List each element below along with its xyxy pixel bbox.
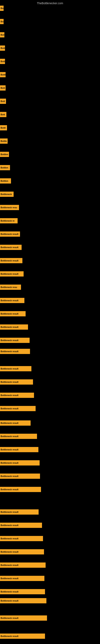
bar-item: Bottleneck result: [0, 523, 42, 528]
bar-item: Bottleneck resu: [0, 284, 21, 290]
bar-label: Bottleneck result: [0, 600, 18, 602]
bar-item: Bottleneck result: [0, 338, 30, 343]
bar-label: Bottleneck result: [0, 488, 18, 491]
bar-label: Bo: [0, 20, 3, 23]
bar-item: Bottleneck result: [0, 271, 24, 276]
bar-item: Bo: [0, 6, 3, 11]
bar-label: Bott: [0, 113, 5, 116]
bar-label: Bottl: [0, 126, 6, 129]
bar-label: Bottleneck result: [0, 422, 18, 424]
bar-label: Bottleneck result: [0, 577, 18, 580]
bar-label: Bottleneck result: [0, 511, 18, 513]
bar-item: Bottleneck result: [0, 420, 31, 426]
bar-item: Bottleneck result: [0, 258, 22, 263]
bar-label: Bottleneck result: [0, 381, 18, 383]
bar-item: Bott: [0, 98, 6, 104]
bar-label: Bottleneck result: [0, 368, 18, 370]
bar-label: Bott: [0, 60, 5, 62]
bar-label: Bottleneck result: [0, 299, 18, 302]
bar-item: Bottleneck result: [0, 598, 47, 603]
bar-label: Bottleneck result: [0, 550, 18, 553]
bar-label: Bottleneck result: [0, 394, 18, 396]
bar-item: Bottleneck result: [0, 245, 22, 250]
bar-item: Bottleneck result: [0, 366, 31, 371]
bar-label: Bottleneck result: [0, 590, 18, 593]
bar-label: Bott: [0, 34, 4, 36]
bar-item: Bottle: [0, 138, 8, 144]
bar-label: Bottleneck result: [0, 246, 18, 248]
bar-label: Bottleneck result: [0, 617, 18, 619]
bar-label: Bottle: [0, 140, 7, 142]
bar-label: Bottleneck result: [0, 233, 18, 235]
bar-label: Bottlen: [0, 166, 8, 169]
bar-label: Bottleneck re: [0, 220, 15, 222]
bar-label: Bottlen: [0, 180, 8, 182]
bar-label: Bottleneck result: [0, 475, 18, 477]
bar-item: Bottlen: [0, 178, 11, 184]
bar-item: Bottleneck result: [0, 549, 44, 554]
bar-label: Bottleneck result: [0, 339, 18, 342]
bar-item: Bottlen: [0, 152, 9, 157]
bar-item: Bottleneck result: [0, 324, 28, 330]
bar-item: Bo: [0, 19, 3, 24]
bar-item: Bottleneck result: [0, 616, 47, 621]
bar-item: Bottleneck resu: [0, 205, 19, 210]
bar-label: Bottleneck result: [0, 435, 18, 438]
bar-item: Bottleneck result: [0, 576, 44, 581]
bar-label: Bott: [0, 100, 5, 102]
bar-item: Bottleneck result: [0, 487, 41, 492]
bar-item: Bottleneck result: [0, 474, 40, 479]
bar-label: Bottleneck result: [0, 462, 18, 464]
bar-item: Bott: [0, 32, 4, 38]
bar-label: Bo: [0, 7, 3, 10]
bar-item: Bottleneck: [0, 192, 14, 197]
bar-label: Bottleneck resu: [0, 206, 17, 209]
bar-label: Bottleneck: [0, 193, 12, 196]
bar-item: Bottl: [0, 72, 6, 77]
bar-item: Bottleneck result: [0, 536, 43, 541]
bar-label: Bottleneck result: [0, 524, 18, 526]
bar-label: Bottleneck resu: [0, 286, 17, 288]
bar-item: Bottleneck result: [0, 311, 26, 316]
bar-label: Bottleneck result: [0, 312, 18, 315]
bar-item: Bott: [0, 112, 6, 117]
site-title: TheBottlenecker.com: [0, 0, 100, 6]
bar-label: Bottlen: [0, 153, 8, 156]
bar-item: Bottleneck result: [0, 379, 33, 384]
bar-label: Bottleneck result: [0, 564, 18, 566]
bar-label: Bottleneck result: [0, 326, 18, 328]
bar-item: Bottleneck result: [0, 447, 38, 452]
bar-label: Bottleneck result: [0, 635, 18, 637]
bar-label: Bottleneck result: [0, 260, 18, 262]
bar-item: Bottl: [0, 125, 7, 130]
bar-item: Bottleneck result: [0, 349, 30, 354]
bar-item: Bottleneck result: [0, 298, 24, 303]
bar-item: Bott: [0, 59, 5, 64]
bar-item: Bottleneck result: [0, 634, 45, 639]
bar-label: Bottleneck result: [0, 350, 18, 352]
bar-label: Bottl: [0, 74, 6, 76]
bar-item: Bottleneck result: [0, 589, 45, 594]
bar-item: Bott: [0, 46, 5, 51]
bar-item: Bottleneck result: [0, 232, 20, 237]
bar-item: Bott: [0, 85, 6, 90]
bar-label: Bott: [0, 47, 5, 49]
bar-item: Bottlen: [0, 165, 10, 170]
bar-label: Bottleneck result: [0, 273, 18, 275]
bar-label: Bottleneck result: [0, 537, 18, 540]
bar-item: Bottleneck result: [0, 393, 34, 398]
bar-item: Bottleneck result: [0, 562, 46, 568]
bar-item: Bottleneck re: [0, 218, 18, 224]
bar-label: Bottleneck result: [0, 407, 18, 410]
bar-item: Bottleneck result: [0, 434, 37, 439]
bar-item: Bottleneck result: [0, 460, 40, 466]
bar-item: Bottleneck result: [0, 406, 36, 411]
bar-label: Bottleneck result: [0, 448, 18, 451]
bar-item: Bottleneck result: [0, 509, 39, 514]
bar-label: Bott: [0, 87, 5, 89]
